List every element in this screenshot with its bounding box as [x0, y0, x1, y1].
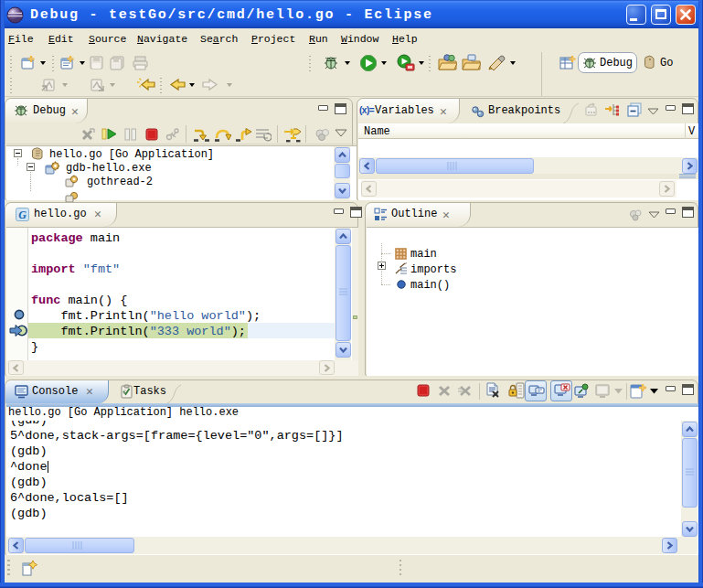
svg-text:G: G: [18, 208, 27, 221]
